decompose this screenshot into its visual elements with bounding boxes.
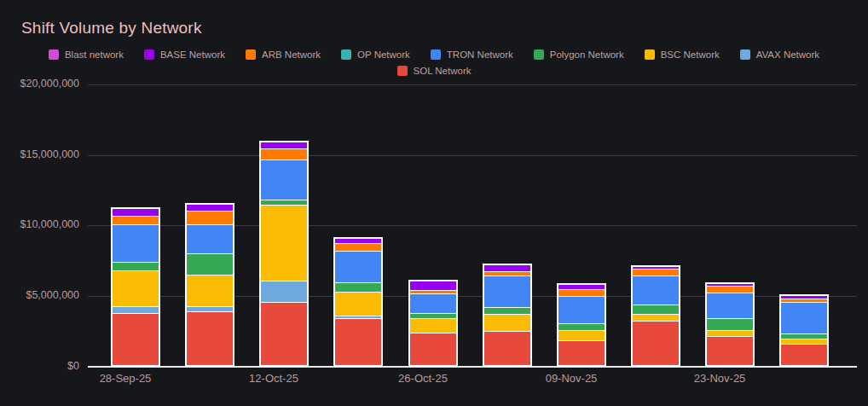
legend-item-arb-network[interactable]: ARB Network <box>246 49 321 60</box>
bar-segment-base-network[interactable] <box>261 142 307 148</box>
bar-09-nov-25[interactable] <box>557 283 606 367</box>
bar-segment-bsc-network[interactable] <box>707 330 753 336</box>
bar-segment-bsc-network[interactable] <box>484 314 530 331</box>
bar-segment-polygon-network[interactable] <box>558 323 605 330</box>
bar-segment-tron-network[interactable] <box>410 293 456 313</box>
x-axis-tick-label: 12-Oct-25 <box>249 372 298 385</box>
bar-segment-tron-network[interactable] <box>261 160 307 200</box>
bar-segment-sol-network[interactable] <box>113 313 159 365</box>
bar-segment-base-network[interactable] <box>484 265 530 271</box>
gridline <box>88 155 857 156</box>
bar-segment-tron-network[interactable] <box>187 224 233 253</box>
y-axis-tick-label: $5,000,000 <box>6 289 79 301</box>
legend-item-bsc-network[interactable]: BSC Network <box>645 49 720 60</box>
legend-row-1: Blast networkBASE NetworkARB NetworkOP N… <box>0 46 868 62</box>
chart-title: Shift Volume by Network <box>21 19 202 38</box>
bar-02-nov-25[interactable] <box>483 264 532 367</box>
shift-volume-chart: Shift Volume by Network Blast networkBAS… <box>0 0 868 406</box>
bar-segment-bsc-network[interactable] <box>187 275 233 306</box>
bar-19-oct-25[interactable] <box>333 237 383 367</box>
bar-segment-arb-network[interactable] <box>113 216 159 224</box>
y-axis-tick-label: $20,000,000 <box>6 78 79 90</box>
bar-segment-arb-network[interactable] <box>633 269 679 276</box>
legend-item-blast-network[interactable]: Blast network <box>49 49 124 60</box>
legend-label: BASE Network <box>160 49 225 60</box>
bar-segment-sol-network[interactable] <box>558 340 605 365</box>
legend-item-tron-network[interactable]: TRON Network <box>431 49 513 60</box>
bar-segment-polygon-network[interactable] <box>187 253 233 275</box>
bar-segment-arb-network[interactable] <box>558 289 605 296</box>
bar-12-oct-25[interactable] <box>259 141 309 367</box>
legend-swatch-sol-network <box>397 66 408 76</box>
bar-segment-sol-network[interactable] <box>410 333 456 365</box>
legend-label: AVAX Network <box>756 49 819 60</box>
bar-segment-sol-network[interactable] <box>633 321 679 365</box>
bar-segment-tron-network[interactable] <box>113 224 159 262</box>
legend-item-op-network[interactable]: OP Network <box>341 49 410 60</box>
y-axis-tick-label: $15,000,000 <box>6 148 79 160</box>
legend-label: ARB Network <box>262 49 321 60</box>
bar-segment-arb-network[interactable] <box>335 243 381 251</box>
bar-05-oct-25[interactable] <box>185 203 234 367</box>
legend-item-polygon-network[interactable]: Polygon Network <box>534 49 624 60</box>
bar-segment-bsc-network[interactable] <box>558 330 605 340</box>
bar-segment-tron-network[interactable] <box>484 276 530 307</box>
legend-label: SOL Network <box>414 66 472 76</box>
gridline <box>88 84 857 85</box>
bar-segment-polygon-network[interactable] <box>113 262 159 270</box>
legend-label: BSC Network <box>661 49 720 60</box>
legend-label: Polygon Network <box>550 49 624 60</box>
bar-segment-sol-network[interactable] <box>187 311 233 365</box>
bar-segment-arb-network[interactable] <box>261 148 307 160</box>
legend-label: TRON Network <box>447 49 513 60</box>
bar-16-nov-25[interactable] <box>631 265 680 367</box>
x-axis-tick-label: 28-Sep-25 <box>100 372 152 385</box>
bar-segment-bsc-network[interactable] <box>410 318 456 333</box>
legend-swatch-arb-network <box>246 49 256 60</box>
bar-segment-tron-network[interactable] <box>781 302 827 334</box>
bar-segment-sol-network[interactable] <box>781 344 827 365</box>
bar-segment-polygon-network[interactable] <box>633 304 679 314</box>
bar-segment-base-network[interactable] <box>113 209 159 216</box>
bar-segment-tron-network[interactable] <box>707 293 753 318</box>
bar-segment-sol-network[interactable] <box>707 336 753 365</box>
y-axis-tick-label: $0 <box>6 360 79 372</box>
legend-label: Blast network <box>65 49 124 60</box>
bar-segment-tron-network[interactable] <box>335 251 381 282</box>
bar-segment-base-network[interactable] <box>410 281 456 290</box>
legend-swatch-tron-network <box>431 49 441 60</box>
bar-segment-arb-network[interactable] <box>187 211 233 224</box>
bar-segment-bsc-network[interactable] <box>113 270 159 306</box>
chart-legend: Blast networkBASE NetworkARB NetworkOP N… <box>0 46 868 78</box>
legend-swatch-avax-network <box>740 49 750 60</box>
bar-segment-sol-network[interactable] <box>335 318 381 365</box>
x-axis-tick-label: 23-Nov-25 <box>694 372 746 385</box>
x-axis-tick-label: 26-Oct-25 <box>398 372 448 385</box>
bar-segment-bsc-network[interactable] <box>633 314 679 321</box>
bar-segment-sol-network[interactable] <box>484 331 530 365</box>
bar-26-oct-25[interactable] <box>408 280 458 367</box>
bar-segment-polygon-network[interactable] <box>484 307 530 314</box>
bar-segment-polygon-network[interactable] <box>707 318 753 330</box>
y-axis-tick-label: $10,000,000 <box>6 218 79 230</box>
legend-item-avax-network[interactable]: AVAX Network <box>740 49 819 60</box>
legend-swatch-polygon-network <box>534 49 544 60</box>
legend-item-sol-network[interactable]: SOL Network <box>397 66 472 76</box>
bar-segment-base-network[interactable] <box>187 205 233 211</box>
bar-segment-polygon-network[interactable] <box>335 282 381 292</box>
bar-segment-arb-network[interactable] <box>707 286 753 293</box>
bar-segment-avax-network[interactable] <box>261 281 307 302</box>
bar-segment-tron-network[interactable] <box>633 276 679 304</box>
legend-swatch-base-network <box>144 49 154 60</box>
bar-segment-bsc-network[interactable] <box>261 205 307 281</box>
legend-swatch-blast-network <box>49 49 59 60</box>
legend-item-base-network[interactable]: BASE Network <box>144 49 225 60</box>
bar-28-sep-25[interactable] <box>111 207 160 367</box>
bar-23-nov-25[interactable] <box>705 282 755 367</box>
bar-segment-tron-network[interactable] <box>558 296 605 323</box>
bar-30-nov-25[interactable] <box>779 294 829 367</box>
bar-segment-avax-network[interactable] <box>113 306 159 313</box>
bar-segment-sol-network[interactable] <box>261 302 307 365</box>
x-axis-tick-label: 09-Nov-25 <box>546 372 598 385</box>
bar-segment-bsc-network[interactable] <box>335 292 381 316</box>
